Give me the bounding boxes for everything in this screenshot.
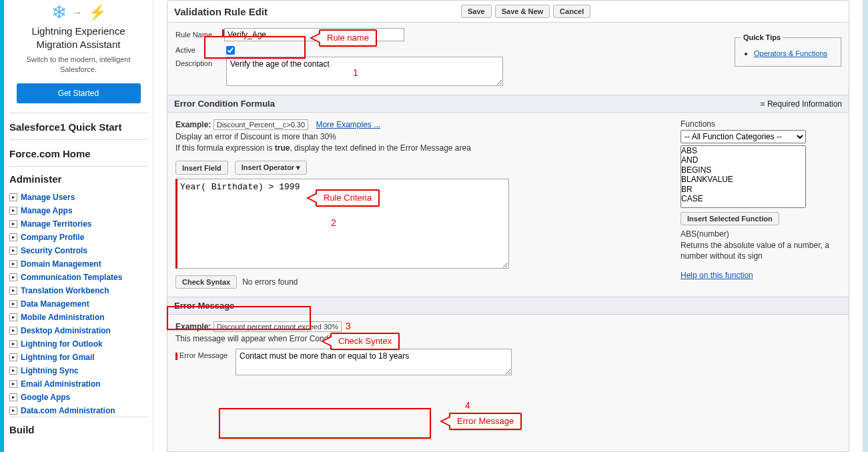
- save-button[interactable]: Save: [461, 5, 492, 18]
- functions-label: Functions: [681, 119, 841, 129]
- sidebar-item: ▸Data Management: [9, 297, 147, 310]
- sidebar-force-home-link[interactable]: Force.com Home: [9, 139, 147, 166]
- sidebar-quickstart-link[interactable]: Salesforce1 Quick Start: [9, 113, 147, 139]
- sidebar-item-link[interactable]: ▸Manage Apps: [9, 206, 73, 215]
- active-checkbox[interactable]: [226, 46, 235, 55]
- get-started-button[interactable]: Get Started: [17, 83, 141, 103]
- function-category-select[interactable]: -- All Function Categories --: [681, 130, 806, 143]
- sidebar-item: ▸Email Administration: [9, 377, 147, 390]
- sidebar-item: ▸Desktop Administration: [9, 323, 147, 337]
- sidebar-section-administer: Administer: [9, 166, 147, 190]
- sidebar-item-label: Manage Territories: [21, 219, 91, 229]
- header-button-group: Save Save & New Cancel: [461, 5, 590, 18]
- annotation-callout-rule-name: Rule name: [319, 29, 377, 47]
- expand-icon[interactable]: ▸: [9, 367, 17, 375]
- sidebar-item: ▸Manage Territories: [9, 217, 147, 230]
- insert-operator-button[interactable]: Insert Operator ▾: [235, 161, 308, 175]
- error-message-area: Example: Discount percent cannot exceed …: [167, 315, 849, 386]
- sidebar-item-label: Lightning Sync: [21, 366, 79, 375]
- function-option[interactable]: BLANKVALUE: [681, 175, 805, 184]
- expand-icon[interactable]: ▸: [9, 247, 17, 255]
- expand-icon[interactable]: ▸: [9, 273, 17, 281]
- expand-icon[interactable]: ▸: [9, 380, 17, 388]
- quick-tips-box: Quick Tips Operators & Functions: [735, 37, 841, 67]
- errmsg-example-label: Example:: [175, 322, 211, 331]
- sidebar-item-label: Communication Templates: [21, 273, 122, 282]
- check-syntax-button[interactable]: Check Syntax: [175, 275, 237, 289]
- sidebar-item: ▸Translation Workbench: [9, 283, 147, 297]
- description-textarea[interactable]: Verify the age of the contact: [226, 57, 503, 86]
- sidebar-item-label: Security Controls: [21, 246, 87, 255]
- sidebar-item: ▸Google Apps: [9, 390, 147, 403]
- expand-icon[interactable]: ▸: [9, 407, 17, 415]
- expand-icon[interactable]: ▸: [9, 300, 17, 308]
- sidebar-item: ▸Manage Users: [9, 190, 147, 203]
- function-signature: ABS(number): [681, 229, 841, 239]
- expand-icon[interactable]: ▸: [9, 340, 17, 348]
- sidebar-item-link[interactable]: ▸Manage Territories: [9, 219, 91, 229]
- sidebar-item-link[interactable]: ▸Domain Management: [9, 259, 101, 269]
- sidebar-item-link[interactable]: ▸Google Apps: [9, 393, 70, 402]
- function-description: Returns the absolute value of a number, …: [681, 240, 841, 261]
- sidebar-item-link[interactable]: ▸Manage Users: [9, 193, 75, 202]
- sidebar-item-link[interactable]: ▸Data Management: [9, 299, 89, 309]
- sidebar-item: ▸Mobile Administration: [9, 310, 147, 323]
- main-content: Validation Rule Edit Save Save & New Can…: [153, 0, 863, 452]
- section-title-errmsg: Error Message: [174, 301, 234, 311]
- lightning-icon: ⚡: [88, 4, 106, 21]
- function-option[interactable]: AND: [681, 155, 805, 165]
- errmsg-hint: This message will appear when Error Cond…: [175, 334, 841, 343]
- expand-icon[interactable]: ▸: [9, 353, 17, 361]
- left-sidebar: ❄ → ⚡ Lightning Experience Migration Ass…: [4, 0, 153, 452]
- sidebar-item-link[interactable]: ▸Lightning Sync: [9, 366, 79, 375]
- sidebar-item-label: Google Apps: [21, 393, 70, 402]
- sidebar-item-link[interactable]: ▸Security Controls: [9, 246, 87, 255]
- page-title: Validation Rule Edit: [174, 6, 268, 17]
- sidebar-item-link[interactable]: ▸Communication Templates: [9, 273, 122, 282]
- more-examples-link[interactable]: More Examples ...: [316, 120, 380, 129]
- sidebar-item: ▸Company Profile: [9, 230, 147, 243]
- error-message-textarea[interactable]: Contact must be more than or equal to 18…: [236, 349, 512, 375]
- expand-icon[interactable]: ▸: [9, 260, 17, 268]
- annotation-callout-error-message: Error Message: [449, 413, 522, 430]
- sidebar-item: ▸Lightning for Gmail: [9, 350, 147, 363]
- function-help-link[interactable]: Help on this function: [681, 271, 753, 280]
- administer-menu: ▸Manage Users▸Manage Apps▸Manage Territo…: [9, 190, 147, 417]
- sidebar-item-link[interactable]: ▸Translation Workbench: [9, 286, 109, 295]
- sidebar-item-label: Company Profile: [21, 233, 84, 242]
- migration-subtitle: Switch to the modern, intelligent Salesf…: [13, 55, 143, 75]
- expand-icon[interactable]: ▸: [9, 220, 17, 228]
- expand-icon[interactable]: ▸: [9, 393, 17, 401]
- formula-hint-2: If this formula expression is true, disp…: [175, 143, 671, 153]
- sidebar-item-link[interactable]: ▸Email Administration: [9, 379, 101, 389]
- sidebar-item-link[interactable]: ▸Mobile Administration: [9, 313, 105, 322]
- functions-listbox[interactable]: ABSANDBEGINSBLANKVALUEBRCASE: [681, 145, 806, 208]
- expand-icon[interactable]: ▸: [9, 327, 17, 335]
- insert-selected-function-button[interactable]: Insert Selected Function: [681, 212, 779, 225]
- expand-icon[interactable]: ▸: [9, 313, 17, 321]
- sidebar-item-link[interactable]: ▸Lightning for Outlook: [9, 339, 103, 349]
- sidebar-item: ▸Domain Management: [9, 257, 147, 270]
- sidebar-item-link[interactable]: ▸Desktop Administration: [9, 326, 111, 335]
- cancel-button[interactable]: Cancel: [553, 5, 590, 18]
- function-option[interactable]: ABS: [681, 146, 805, 155]
- sidebar-item-label: Mobile Administration: [21, 313, 105, 322]
- expand-icon[interactable]: ▸: [9, 193, 17, 201]
- expand-icon[interactable]: ▸: [9, 233, 17, 241]
- quick-tips-title: Quick Tips: [741, 33, 783, 41]
- sidebar-item-link[interactable]: ▸Lightning for Gmail: [9, 353, 95, 362]
- expand-icon[interactable]: ▸: [9, 207, 17, 215]
- insert-field-button[interactable]: Insert Field: [175, 161, 228, 175]
- quick-tips-operators-link[interactable]: Operators & Functions: [754, 49, 827, 57]
- sidebar-item-link[interactable]: ▸Data.com Administration: [9, 406, 115, 415]
- validation-rule-panel: Validation Rule Edit Save Save & New Can…: [167, 0, 849, 452]
- sidebar-item-label: Lightning for Gmail: [21, 353, 95, 362]
- function-option[interactable]: BR: [681, 185, 805, 194]
- function-option[interactable]: CASE: [681, 194, 805, 203]
- formula-example-box: Discount_Percent__c>0.30: [213, 119, 308, 130]
- sidebar-item-label: Lightning for Outlook: [21, 339, 103, 349]
- sidebar-item-link[interactable]: ▸Company Profile: [9, 233, 84, 242]
- function-option[interactable]: BEGINS: [681, 165, 805, 175]
- save-and-new-button[interactable]: Save & New: [495, 5, 550, 18]
- expand-icon[interactable]: ▸: [9, 287, 17, 295]
